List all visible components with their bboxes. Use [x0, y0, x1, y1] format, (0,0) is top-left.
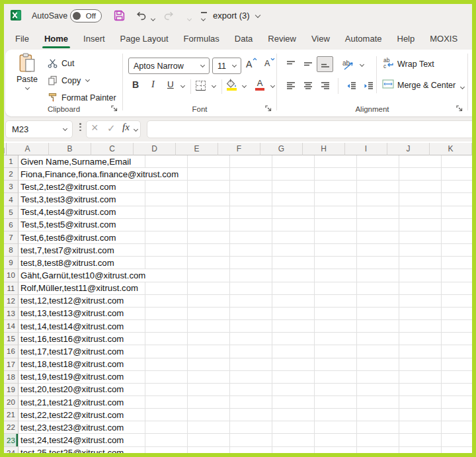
underline-dropdown-icon[interactable] — [180, 83, 186, 89]
tab-page-layout[interactable]: Page Layout — [120, 28, 169, 50]
cut-button[interactable]: Cut — [48, 58, 74, 68]
row-header-4[interactable]: 4 — [4, 193, 19, 206]
cell-text[interactable]: Test,5,test5@xitrust.com — [19, 219, 118, 231]
borders-dropdown-icon[interactable] — [211, 83, 217, 89]
select-all-corner[interactable] — [4, 143, 7, 155]
decrease-font-size-button[interactable]: A — [264, 59, 270, 68]
cell-text[interactable]: test,22,test22@xitrust.com — [19, 409, 126, 421]
alignment-dialog-launcher-icon[interactable] — [456, 105, 463, 112]
bold-button[interactable]: B — [132, 79, 139, 90]
row-header-21[interactable]: 21 — [4, 409, 19, 421]
row-header-10[interactable]: 10 — [4, 269, 19, 282]
column-header-A[interactable]: A — [7, 143, 49, 155]
fill-color-button[interactable] — [226, 79, 237, 91]
row-header-17[interactable]: 17 — [4, 358, 19, 371]
row-header-15[interactable]: 15 — [4, 333, 19, 345]
row-header-16[interactable]: 16 — [4, 345, 19, 358]
font-color-dropdown-icon[interactable] — [270, 83, 276, 89]
column-header-D[interactable]: D — [134, 143, 176, 155]
merge-center-button[interactable]: Merge & Center — [397, 81, 456, 90]
orientation-button[interactable]: ab — [342, 58, 355, 73]
bottom-align-button[interactable] — [317, 56, 333, 72]
document-title[interactable]: export (3) — [213, 11, 260, 21]
font-dialog-launcher-icon[interactable] — [265, 105, 272, 112]
align-center-button[interactable] — [299, 78, 316, 94]
merge-center-icon[interactable] — [382, 79, 394, 91]
insert-function-icon[interactable]: fx — [122, 122, 130, 133]
autosave-toggle[interactable]: Off — [70, 9, 102, 22]
fill-color-dropdown-icon[interactable] — [241, 83, 247, 89]
cell-text[interactable]: test,16,test16@xitrust.com — [19, 333, 126, 345]
cell-text[interactable]: Rolf,Müller,test11@xitrust.com — [19, 282, 140, 294]
column-header-K[interactable]: K — [430, 143, 472, 155]
orientation-dropdown-icon[interactable] — [359, 62, 365, 68]
row-header-13[interactable]: 13 — [4, 308, 19, 320]
cell-text[interactable]: test,19,test19@xitrust.com — [19, 371, 126, 383]
row-header-1[interactable]: 1 — [4, 155, 19, 168]
save-icon[interactable] — [113, 9, 126, 22]
cell-text[interactable]: test,21,test21@xitrust.com — [19, 396, 126, 408]
column-header-C[interactable]: C — [91, 143, 134, 155]
row-header-22[interactable]: 22 — [4, 421, 19, 434]
align-right-button[interactable] — [317, 78, 333, 94]
row-header-23[interactable]: 23 — [4, 434, 19, 446]
increase-font-size-button[interactable]: A — [246, 59, 252, 69]
tab-automate[interactable]: Automate — [344, 28, 383, 50]
row-header-14[interactable]: 14 — [4, 320, 19, 333]
row-header-2[interactable]: 2 — [4, 168, 19, 181]
cell-text[interactable]: test,7,test7@xitrust.com — [19, 244, 116, 256]
top-align-button[interactable] — [282, 56, 299, 72]
undo-dropdown-icon[interactable] — [150, 17, 156, 22]
row-header-6[interactable]: 6 — [4, 219, 19, 231]
cell-text[interactable]: test,17,test17@xitrust.com — [19, 345, 126, 357]
row-header-7[interactable]: 7 — [4, 231, 19, 244]
tab-view[interactable]: View — [311, 28, 331, 50]
row-header-19[interactable]: 19 — [4, 384, 19, 396]
row-header-5[interactable]: 5 — [4, 206, 19, 219]
quick-access-toolbar-menu-icon[interactable] — [200, 12, 207, 25]
cell-text[interactable]: test,20,test20@xitrust.com — [19, 384, 126, 395]
middle-align-button[interactable] — [299, 56, 316, 72]
cell-text[interactable]: Gäht,Garnüt,test10@xitrust.com — [19, 269, 147, 281]
align-left-button[interactable] — [282, 78, 299, 94]
clipboard-dialog-launcher-icon[interactable] — [111, 105, 118, 112]
cell-text[interactable]: test,14,test14@xitrust.com — [19, 320, 126, 332]
row-header-11[interactable]: 11 — [4, 282, 19, 295]
font-size-combobox[interactable]: 11 — [212, 58, 241, 74]
wrap-text-button[interactable]: Wrap Text — [397, 60, 434, 69]
row-header-3[interactable]: 3 — [4, 181, 19, 193]
cell-text[interactable]: test,18,test18@xitrust.com — [19, 358, 126, 370]
tab-moxis[interactable]: MOXIS — [429, 28, 458, 50]
cell-text[interactable]: Test,3,test3@xitrust.com — [19, 193, 118, 205]
wrap-text-icon[interactable]: ab c — [383, 57, 395, 71]
undo-icon[interactable] — [136, 10, 147, 21]
tab-review[interactable]: Review — [267, 28, 297, 50]
row-header-20[interactable]: 20 — [4, 396, 19, 409]
row-header-24[interactable]: 24 — [4, 447, 19, 453]
column-header-I[interactable]: I — [345, 143, 387, 155]
font-color-button[interactable]: A — [255, 79, 264, 91]
row-header-8[interactable]: 8 — [4, 244, 19, 257]
column-header-J[interactable]: J — [387, 143, 430, 155]
copy-button[interactable]: Copy — [48, 75, 91, 85]
cell-text[interactable]: test,25,test25@xitrust.com — [19, 447, 126, 453]
underline-button[interactable]: U — [167, 79, 174, 89]
cell-text[interactable]: Test,6,test6@xitrust.com — [19, 231, 118, 243]
cell-text[interactable]: Given Name,Surname,Email — [19, 155, 133, 167]
column-header-G[interactable]: G — [260, 143, 303, 155]
cell-text[interactable]: Fiona,Finance,fiona.finance@xitrust.com — [19, 168, 180, 180]
tab-file[interactable]: File — [15, 28, 30, 50]
name-box[interactable]: M23 — [5, 120, 73, 138]
merge-center-dropdown-icon[interactable] — [459, 85, 465, 91]
column-header-H[interactable]: H — [303, 143, 345, 155]
tab-formulas[interactable]: Formulas — [183, 28, 220, 50]
row-header-9[interactable]: 9 — [4, 257, 19, 269]
decrease-indent-button[interactable] — [343, 78, 360, 94]
tab-data[interactable]: Data — [234, 28, 253, 50]
cell-text[interactable]: test,12,test12@xitrust.com — [19, 295, 126, 307]
tab-home[interactable]: Home — [44, 28, 69, 50]
cell-text[interactable]: Test,4,test4@xitrust.com — [19, 206, 118, 218]
cell-text[interactable]: Test,2,test2@xitrust.com — [19, 181, 118, 192]
format-painter-button[interactable]: Format Painter — [48, 93, 116, 103]
cell-text[interactable]: test,23,test23@xitrust.com — [19, 421, 126, 433]
